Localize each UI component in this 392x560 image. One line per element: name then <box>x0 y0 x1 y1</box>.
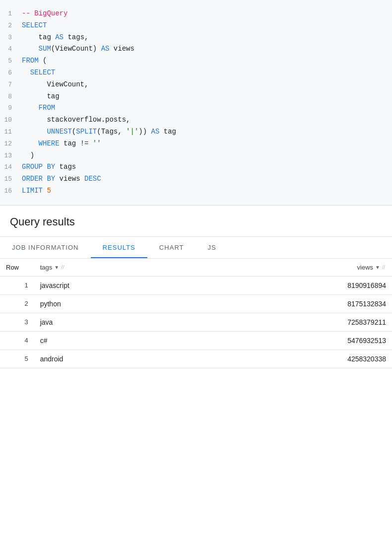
cell-row-num: 3 <box>0 313 34 331</box>
table-row: 5android4258320338 <box>0 350 392 368</box>
code-text: tag <box>22 91 60 103</box>
table-row: 4c#5476932513 <box>0 331 392 350</box>
line-number: 16 <box>4 186 22 197</box>
col-header-views: views ▼ // <box>250 259 392 277</box>
cell-tags: javascript <box>34 276 250 294</box>
resize-handle-tags[interactable]: // <box>61 264 65 270</box>
cell-views: 4258320338 <box>250 350 392 368</box>
line-number: 6 <box>4 68 22 78</box>
line-number: 11 <box>4 127 22 138</box>
cell-row-num: 1 <box>0 276 34 294</box>
code-line-12: 12 WHERE tag != '' <box>0 138 392 150</box>
tab-job-information[interactable]: JOB INFORMATION <box>0 237 91 258</box>
col-header-row: Row <box>0 259 34 277</box>
code-line-2: 2SELECT <box>0 20 392 32</box>
line-number: 13 <box>4 150 22 161</box>
line-number: 10 <box>4 115 22 126</box>
tabs-bar: JOB INFORMATIONRESULTSCHARTJS <box>0 237 392 259</box>
code-text: ) <box>22 150 34 162</box>
cell-row-num: 4 <box>0 331 34 350</box>
code-text: WHERE tag != '' <box>22 138 101 150</box>
code-line-3: 3 tag AS tags, <box>0 32 392 44</box>
results-title: Query results <box>0 206 392 237</box>
code-line-9: 9 FROM <box>0 102 392 114</box>
results-table: Row tags ▼ // views ▼ // <box>0 259 392 368</box>
code-text: stackoverflow.posts, <box>22 114 130 126</box>
code-line-10: 10 stackoverflow.posts, <box>0 114 392 126</box>
line-number: 5 <box>4 56 22 67</box>
resize-handle-views[interactable]: // <box>382 264 386 270</box>
cell-views: 5476932513 <box>250 331 392 350</box>
code-line-13: 13 ) <box>0 150 392 162</box>
code-line-8: 8 tag <box>0 91 392 103</box>
code-section: 1-- BigQuery2SELECT3 tag AS tags,4 SUM(V… <box>0 0 392 206</box>
sort-icon-tags[interactable]: ▼ <box>54 265 59 270</box>
code-block: 1-- BigQuery2SELECT3 tag AS tags,4 SUM(V… <box>0 0 392 205</box>
code-text: tag AS tags, <box>22 32 88 44</box>
tab-chart[interactable]: CHART <box>147 237 196 258</box>
code-line-6: 6 SELECT <box>0 67 392 79</box>
code-line-5: 5FROM ( <box>0 55 392 67</box>
tab-js[interactable]: JS <box>196 237 228 258</box>
col-header-tags: tags ▼ // <box>34 259 250 277</box>
sort-icon-views[interactable]: ▼ <box>375 265 380 270</box>
code-line-11: 11 UNNEST(SPLIT(Tags, '|')) AS tag <box>0 126 392 138</box>
cell-tags: python <box>34 294 250 313</box>
code-line-16: 16LIMIT 5 <box>0 185 392 197</box>
cell-tags: android <box>34 350 250 368</box>
code-line-4: 4 SUM(ViewCount) AS views <box>0 43 392 55</box>
code-text: LIMIT 5 <box>22 185 51 197</box>
line-number: 14 <box>4 162 22 173</box>
code-text: FROM ( <box>22 55 47 67</box>
code-text: SELECT <box>22 67 55 79</box>
code-line-1: 1-- BigQuery <box>0 8 392 20</box>
code-line-15: 15ORDER BY views DESC <box>0 173 392 185</box>
line-number: 7 <box>4 79 22 90</box>
line-number: 3 <box>4 32 22 43</box>
code-line-7: 7 ViewCount, <box>0 79 392 91</box>
line-number: 15 <box>4 174 22 185</box>
results-section: Query results JOB INFORMATIONRESULTSCHAR… <box>0 206 392 368</box>
cell-tags: c# <box>34 331 250 350</box>
code-text: SUM(ViewCount) AS views <box>22 43 134 55</box>
cell-tags: java <box>34 313 250 331</box>
line-number: 12 <box>4 139 22 149</box>
line-number: 9 <box>4 103 22 114</box>
line-number: 2 <box>4 20 22 31</box>
cell-row-num: 5 <box>0 350 34 368</box>
code-text: -- BigQuery <box>22 8 67 20</box>
line-number: 4 <box>4 44 22 55</box>
table-row: 2python8175132834 <box>0 294 392 313</box>
line-number: 8 <box>4 91 22 102</box>
code-text: FROM <box>22 102 55 114</box>
cell-row-num: 2 <box>0 294 34 313</box>
cell-views: 7258379211 <box>250 313 392 331</box>
code-text: ViewCount, <box>22 79 88 91</box>
table-row: 3java7258379211 <box>0 313 392 331</box>
code-text: UNNEST(SPLIT(Tags, '|')) AS tag <box>22 126 176 138</box>
table-row: 1javascript8190916894 <box>0 276 392 294</box>
tab-results[interactable]: RESULTS <box>91 237 147 258</box>
code-text: SELECT <box>22 20 47 32</box>
code-text: ORDER BY views DESC <box>22 173 101 185</box>
code-line-14: 14GROUP BY tags <box>0 161 392 173</box>
line-number: 1 <box>4 8 22 19</box>
code-text: GROUP BY tags <box>22 161 76 173</box>
cell-views: 8175132834 <box>250 294 392 313</box>
cell-views: 8190916894 <box>250 276 392 294</box>
